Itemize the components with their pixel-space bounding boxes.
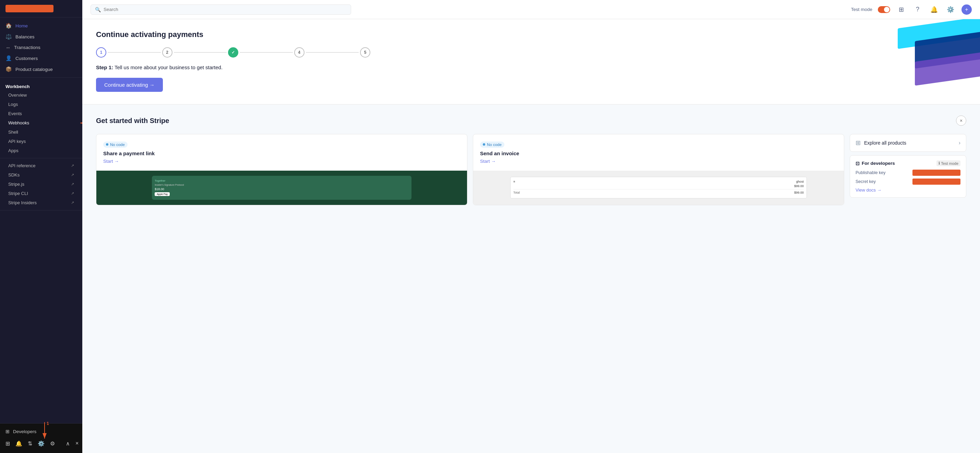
- sidebar-item-home[interactable]: 🏠 Home: [0, 20, 82, 31]
- invoice-start[interactable]: Start →: [480, 158, 496, 164]
- bottom-transfer-icon[interactable]: ⇅: [28, 438, 32, 449]
- developers-icon: ⊞: [5, 429, 10, 434]
- step-line-4: [306, 52, 359, 53]
- main-area: 🔍 Test mode ⊞ ? 🔔 ⚙️ + Continue activati…: [82, 0, 980, 453]
- continue-btn-label: Continue activating →: [104, 82, 154, 88]
- step-line-3: [240, 52, 293, 53]
- payment-link-title: Share a payment link: [103, 150, 460, 156]
- sidebar-item-logs[interactable]: Logs: [0, 100, 82, 109]
- sidebar-item-label: Transactions: [14, 45, 40, 50]
- no-code-badge-2: No code: [480, 141, 504, 148]
- secret-key-row: Secret key: [856, 179, 961, 185]
- sidebar-item-stripe-js[interactable]: Stripe.js ↗: [0, 179, 82, 189]
- bell-icon[interactable]: 🔔: [929, 4, 940, 15]
- developer-card: ⊡ For developers ℹ Test mode Publishable…: [850, 155, 966, 198]
- sidebar-item-label: Home: [16, 23, 28, 29]
- bottom-bell-icon[interactable]: 🔔: [16, 438, 22, 449]
- publishable-key-row: Publishable key: [856, 169, 961, 176]
- steps-container: 1 2 ✓ 4 5: [96, 47, 370, 57]
- sidebar-item-stripe-insiders[interactable]: Stripe Insiders ↗: [0, 198, 82, 207]
- sidebar-item-stripe-cli[interactable]: Stripe CLI ↗: [0, 189, 82, 198]
- explore-products-item[interactable]: ⊞ Explore all products ›: [850, 134, 966, 152]
- grid-products-icon: ⊞: [856, 139, 861, 147]
- test-mode-toggle[interactable]: [878, 6, 890, 13]
- sidebar-item-label: Balances: [16, 34, 35, 40]
- customers-icon: 👤: [5, 55, 12, 61]
- avatar[interactable]: +: [961, 5, 972, 15]
- workbench-section: Workbench Overview Logs Events Webhooks …: [0, 78, 82, 158]
- get-started-section: Get started with Stripe × No code Share …: [82, 105, 980, 216]
- sidebar-item-customers[interactable]: 👤 Customers: [0, 53, 82, 64]
- step-5: 5: [360, 47, 370, 57]
- search-icon: 🔍: [95, 7, 101, 12]
- header-right: Test mode ⊞ ? 🔔 ⚙️ +: [851, 4, 972, 15]
- sidebar-item-transactions[interactable]: ↔️ Transactions: [0, 42, 82, 53]
- sidebar-item-balances[interactable]: ⚖️ Balances: [0, 31, 82, 42]
- decoration: [891, 19, 980, 84]
- sidebar-item-events[interactable]: Events: [0, 109, 82, 118]
- for-developers-label: For developers: [862, 161, 895, 166]
- no-code-label-2: No code: [487, 143, 502, 147]
- badge-dot-2: [483, 143, 485, 146]
- help-icon[interactable]: ?: [912, 4, 923, 15]
- settings-icon[interactable]: ⚙️: [945, 4, 956, 15]
- invoice-card: No code Send an invoice Start → ≡ ghost: [473, 134, 844, 205]
- svg-text:1: 1: [47, 421, 49, 426]
- sidebar-item-api-keys[interactable]: API keys: [0, 137, 82, 146]
- step-line-1: [108, 52, 161, 53]
- transactions-icon: ↔️: [5, 44, 11, 51]
- payment-link-image: Together Insider's Signature Protocol $1…: [96, 171, 467, 205]
- sidebar-item-webhooks[interactable]: Webhooks 2: [0, 118, 82, 127]
- close-get-started-button[interactable]: ×: [956, 116, 966, 126]
- side-panel: ⊞ Explore all products › ⊡ For developer…: [850, 134, 966, 205]
- sidebar-item-apps[interactable]: Apps: [0, 146, 82, 155]
- step-description: Step 1: Tell us more about your business…: [96, 65, 966, 70]
- sidebar-item-label: Customers: [16, 56, 38, 61]
- sidebar-item-api-reference[interactable]: API reference ↗: [0, 161, 82, 170]
- secret-key-value: [912, 179, 961, 185]
- search-input[interactable]: [103, 7, 347, 12]
- sidebar: 🏠 Home ⚖️ Balances ↔️ Transactions 👤 Cus…: [0, 0, 82, 453]
- product-icon: 📦: [5, 66, 12, 72]
- sidebar-item-sdks[interactable]: SDKs ↗: [0, 170, 82, 179]
- grid-icon[interactable]: ⊞: [896, 4, 907, 15]
- invoice-image: ≡ ghost $99.00 Total $99.00: [473, 171, 844, 205]
- payment-link-start[interactable]: Start →: [103, 158, 119, 164]
- workbench-label: Workbench: [0, 81, 82, 90]
- terminal-icon: ⊡: [856, 161, 860, 166]
- invoice-row-name: ≡ ghost: [513, 180, 804, 183]
- test-mode-badge-dev: ℹ Test mode: [937, 160, 961, 166]
- bottom-close-icon[interactable]: ×: [75, 438, 78, 449]
- developer-card-content: ⊡ For developers ℹ Test mode Publishable…: [850, 155, 966, 197]
- sidebar-logo: [0, 0, 82, 17]
- sidebar-item-shell[interactable]: Shell: [0, 127, 82, 137]
- explore-chevron-icon: ›: [959, 140, 961, 146]
- continue-activating-button[interactable]: Continue activating →: [96, 78, 163, 92]
- bottom-grid-icon[interactable]: ⊞: [5, 438, 10, 449]
- view-docs-link[interactable]: View docs →: [856, 187, 961, 193]
- activation-section: Continue activating payments 1 2 ✓ 4 5 S…: [82, 19, 980, 105]
- invoice-row-total: Total $99.00: [513, 191, 804, 194]
- arrow1-annotation: 1: [41, 422, 68, 443]
- secret-key-label: Secret key: [856, 179, 876, 184]
- step-4: 4: [294, 47, 304, 57]
- step-1: 1: [96, 47, 106, 57]
- publishable-key-value: [912, 169, 961, 176]
- header: 🔍 Test mode ⊞ ? 🔔 ⚙️ +: [82, 0, 980, 19]
- sidebar-item-overview[interactable]: Overview: [0, 90, 82, 100]
- developers-label: Developers: [13, 429, 37, 434]
- search-bar[interactable]: 🔍: [91, 5, 351, 15]
- sidebar-item-product-catalogue[interactable]: 📦 Product catalogue: [0, 64, 82, 75]
- cards-grid: No code Share a payment link Start → Tog…: [96, 134, 966, 205]
- payment-link-card: No code Share a payment link Start → Tog…: [96, 134, 468, 205]
- content: Continue activating payments 1 2 ✓ 4 5 S…: [82, 19, 980, 453]
- nav-section: 🏠 Home ⚖️ Balances ↔️ Transactions 👤 Cus…: [0, 17, 82, 78]
- no-code-badge-1: No code: [103, 141, 127, 148]
- invoice-title: Send an invoice: [480, 150, 837, 156]
- dev-header: ⊡ For developers ℹ Test mode: [856, 160, 961, 166]
- home-icon: 🏠: [5, 23, 12, 29]
- test-mode-label: Test mode: [851, 7, 872, 12]
- info-icon: ℹ: [939, 161, 940, 166]
- invoice-card-content: No code Send an invoice Start →: [473, 134, 844, 171]
- publishable-key-label: Publishable key: [856, 170, 886, 175]
